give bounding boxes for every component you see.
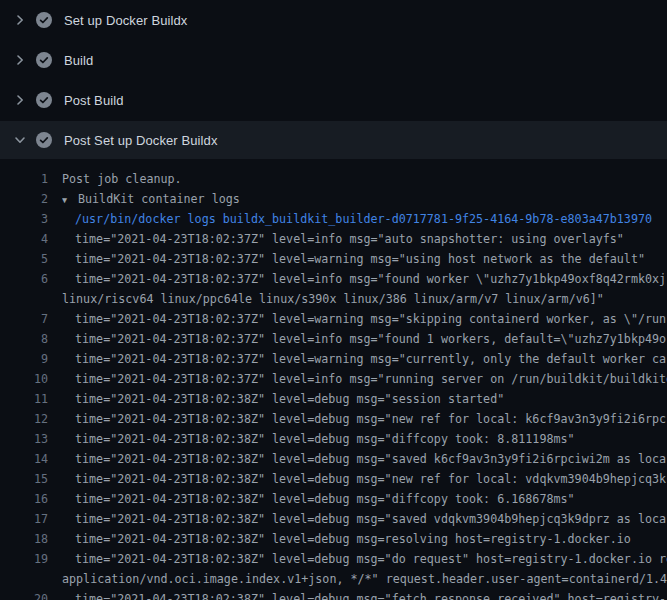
log-row: 6time="2021-04-23T18:02:37Z" level=info … [0, 269, 667, 289]
log-row: 19time="2021-04-23T18:02:38Z" level=debu… [0, 549, 667, 569]
log-line-text: time="2021-04-23T18:02:38Z" level=debug … [62, 509, 667, 529]
log-line-number[interactable]: 14 [0, 449, 48, 469]
log-line-text: time="2021-04-23T18:02:37Z" level=info m… [62, 229, 667, 249]
check-circle-icon [36, 132, 52, 148]
log-line-number[interactable]: 10 [0, 369, 48, 389]
step-header[interactable]: Set up Docker Buildx [0, 0, 667, 40]
log-row: 10time="2021-04-23T18:02:37Z" level=info… [0, 369, 667, 389]
log-line-text[interactable]: ▼BuildKit container logs [62, 189, 667, 209]
log-line-number[interactable]: 5 [0, 249, 48, 269]
log-row: 17time="2021-04-23T18:02:38Z" level=debu… [0, 509, 667, 529]
step-title: Build [64, 53, 93, 68]
log-row: 2▼BuildKit container logs [0, 189, 667, 209]
log-row: 4time="2021-04-23T18:02:37Z" level=info … [0, 229, 667, 249]
step-title: Set up Docker Buildx [64, 13, 187, 28]
log-line-text: linux/riscv64 linux/ppc64le linux/s390x … [62, 289, 667, 309]
step-header[interactable]: Build [0, 40, 667, 80]
log-line-number[interactable]: 15 [0, 469, 48, 489]
group-title: BuildKit container logs [78, 192, 240, 206]
step-title: Post Build [64, 93, 124, 108]
log-line-text: time="2021-04-23T18:02:38Z" level=debug … [62, 449, 667, 469]
log-line-number[interactable]: 20 [0, 589, 48, 600]
log-line-text: time="2021-04-23T18:02:38Z" level=debug … [62, 429, 667, 449]
log-row: 13time="2021-04-23T18:02:38Z" level=debu… [0, 429, 667, 449]
chevron-right-icon[interactable] [12, 52, 28, 68]
log-line-text: time="2021-04-23T18:02:37Z" level=info m… [62, 269, 667, 289]
chevron-down-icon[interactable] [12, 132, 28, 148]
log-line-text: time="2021-04-23T18:02:38Z" level=debug … [62, 389, 667, 409]
log-row: 15time="2021-04-23T18:02:38Z" level=debu… [0, 469, 667, 489]
log-line-number[interactable]: 6 [0, 269, 48, 289]
log-line-number[interactable]: 7 [0, 309, 48, 329]
step-header[interactable]: Post Set up Docker Buildx [0, 121, 667, 159]
log-area: 1Post job cleanup.2▼BuildKit container l… [0, 159, 667, 600]
log-row: 1Post job cleanup. [0, 169, 667, 189]
log-row: 8time="2021-04-23T18:02:37Z" level=info … [0, 329, 667, 349]
log-line-text: time="2021-04-23T18:02:38Z" level=debug … [62, 489, 667, 509]
log-command-text: /usr/bin/docker logs buildx_buildkit_bui… [62, 209, 667, 229]
log-line-text: time="2021-04-23T18:02:37Z" level=warnin… [62, 349, 667, 369]
log-line-number[interactable]: 2 [0, 189, 48, 209]
check-circle-icon [36, 52, 52, 68]
log-row: application/vnd.oci.image.index.v1+json,… [0, 569, 667, 589]
chevron-right-icon[interactable] [12, 92, 28, 108]
log-line-text: time="2021-04-23T18:02:38Z" level=debug … [62, 529, 667, 549]
log-line-number [0, 289, 48, 309]
group-expand-marker-icon[interactable]: ▼ [62, 190, 78, 209]
log-line-number [0, 569, 48, 589]
log-row: 14time="2021-04-23T18:02:38Z" level=debu… [0, 449, 667, 469]
log-row: 9time="2021-04-23T18:02:37Z" level=warni… [0, 349, 667, 369]
log-row: 11time="2021-04-23T18:02:38Z" level=debu… [0, 389, 667, 409]
log-line-number[interactable]: 18 [0, 529, 48, 549]
log-line-number[interactable]: 11 [0, 389, 48, 409]
log-line-number[interactable]: 3 [0, 209, 48, 229]
log-row: 20time="2021-04-23T18:02:38Z" level=debu… [0, 589, 667, 600]
log-row: 16time="2021-04-23T18:02:38Z" level=debu… [0, 489, 667, 509]
step-header[interactable]: Post Build [0, 80, 667, 120]
log-line-text: time="2021-04-23T18:02:37Z" level=warnin… [62, 249, 667, 269]
log-row: 5time="2021-04-23T18:02:37Z" level=warni… [0, 249, 667, 269]
chevron-right-icon[interactable] [12, 12, 28, 28]
log-line-text: Post job cleanup. [62, 169, 667, 189]
log-line-number[interactable]: 13 [0, 429, 48, 449]
check-circle-icon [36, 92, 52, 108]
steps-list: Set up Docker BuildxBuildPost BuildPost … [0, 0, 667, 159]
log-row: 3/usr/bin/docker logs buildx_buildkit_bu… [0, 209, 667, 229]
log-line-number[interactable]: 16 [0, 489, 48, 509]
check-circle-icon [36, 12, 52, 28]
log-line-number[interactable]: 1 [0, 169, 48, 189]
log-line-text: time="2021-04-23T18:02:38Z" level=debug … [62, 409, 667, 429]
log-line-text: time="2021-04-23T18:02:38Z" level=debug … [62, 549, 667, 569]
step-title: Post Set up Docker Buildx [64, 133, 218, 148]
log-line-number[interactable]: 19 [0, 549, 48, 569]
log-row: 7time="2021-04-23T18:02:37Z" level=warni… [0, 309, 667, 329]
log-line-number[interactable]: 4 [0, 229, 48, 249]
log-line-text: time="2021-04-23T18:02:37Z" level=warnin… [62, 309, 667, 329]
log-row: linux/riscv64 linux/ppc64le linux/s390x … [0, 289, 667, 309]
log-line-number[interactable]: 12 [0, 409, 48, 429]
log-line-text: application/vnd.oci.image.index.v1+json,… [62, 569, 667, 589]
log-line-text: time="2021-04-23T18:02:37Z" level=info m… [62, 369, 667, 389]
log-row: 12time="2021-04-23T18:02:38Z" level=debu… [0, 409, 667, 429]
log-line-text: time="2021-04-23T18:02:37Z" level=info m… [62, 329, 667, 349]
log-line-text: time="2021-04-23T18:02:38Z" level=debug … [62, 469, 667, 489]
log-line-number[interactable]: 9 [0, 349, 48, 369]
log-line-text: time="2021-04-23T18:02:38Z" level=debug … [62, 589, 667, 600]
log-line-number[interactable]: 17 [0, 509, 48, 529]
log-row: 18time="2021-04-23T18:02:38Z" level=debu… [0, 529, 667, 549]
log-line-number[interactable]: 8 [0, 329, 48, 349]
